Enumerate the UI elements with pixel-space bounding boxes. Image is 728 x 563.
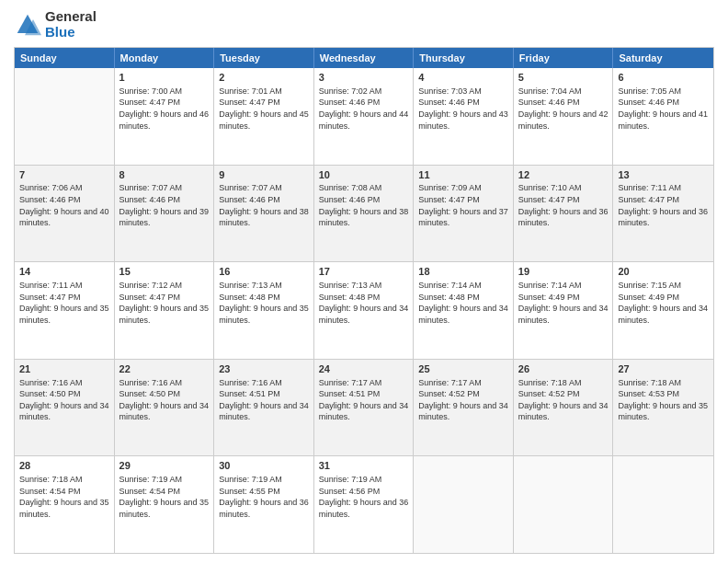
day-number: 18 (418, 265, 508, 279)
cal-cell-1-4: 11Sunrise: 7:09 AM Sunset: 4:47 PM Dayli… (414, 166, 514, 262)
day-number: 10 (319, 168, 409, 182)
cell-info: Sunrise: 7:01 AM Sunset: 4:47 PM Dayligh… (219, 86, 309, 132)
cal-cell-4-4 (414, 456, 514, 553)
day-header-sunday: Sunday (15, 48, 115, 68)
cell-info: Sunrise: 7:09 AM Sunset: 4:47 PM Dayligh… (418, 182, 508, 228)
day-number: 4 (418, 71, 508, 85)
cell-info: Sunrise: 7:16 AM Sunset: 4:51 PM Dayligh… (219, 377, 309, 423)
day-number: 5 (518, 71, 609, 85)
cell-info: Sunrise: 7:05 AM Sunset: 4:46 PM Dayligh… (618, 86, 709, 132)
cell-info: Sunrise: 7:19 AM Sunset: 4:55 PM Dayligh… (219, 474, 309, 520)
cal-cell-1-3: 10Sunrise: 7:08 AM Sunset: 4:46 PM Dayli… (314, 166, 415, 262)
day-number: 30 (219, 459, 309, 473)
calendar-header: SundayMondayTuesdayWednesdayThursdayFrid… (15, 48, 713, 68)
cal-cell-3-4: 25Sunrise: 7:17 AM Sunset: 4:52 PM Dayli… (414, 360, 514, 456)
cal-cell-4-1: 29Sunrise: 7:19 AM Sunset: 4:54 PM Dayli… (115, 456, 215, 553)
day-header-saturday: Saturday (613, 48, 713, 68)
calendar: SundayMondayTuesdayWednesdayThursdayFrid… (14, 47, 714, 554)
day-number: 27 (618, 362, 709, 376)
cell-info: Sunrise: 7:08 AM Sunset: 4:46 PM Dayligh… (319, 182, 409, 228)
day-number: 28 (19, 459, 109, 473)
cell-info: Sunrise: 7:15 AM Sunset: 4:49 PM Dayligh… (618, 280, 709, 326)
cal-cell-2-5: 19Sunrise: 7:14 AM Sunset: 4:49 PM Dayli… (514, 262, 614, 359)
cell-info: Sunrise: 7:11 AM Sunset: 4:47 PM Dayligh… (19, 280, 109, 326)
cal-cell-3-5: 26Sunrise: 7:18 AM Sunset: 4:52 PM Dayli… (514, 360, 614, 456)
day-number: 9 (219, 168, 309, 182)
cell-info: Sunrise: 7:18 AM Sunset: 4:54 PM Dayligh… (19, 474, 109, 520)
cal-cell-0-4: 4Sunrise: 7:03 AM Sunset: 4:46 PM Daylig… (414, 68, 514, 165)
cal-cell-2-2: 16Sunrise: 7:13 AM Sunset: 4:48 PM Dayli… (214, 262, 314, 359)
day-number: 2 (219, 71, 309, 85)
day-number: 23 (219, 362, 309, 376)
day-number: 22 (119, 362, 210, 376)
logo-blue: Blue (45, 24, 75, 40)
day-number: 25 (418, 362, 508, 376)
day-number: 15 (119, 265, 210, 279)
cal-cell-1-1: 8Sunrise: 7:07 AM Sunset: 4:46 PM Daylig… (115, 166, 215, 262)
day-number: 24 (319, 362, 409, 376)
cal-cell-3-0: 21Sunrise: 7:16 AM Sunset: 4:50 PM Dayli… (15, 360, 115, 456)
day-header-tuesday: Tuesday (214, 48, 314, 68)
cell-info: Sunrise: 7:10 AM Sunset: 4:47 PM Dayligh… (518, 182, 609, 228)
cal-cell-2-4: 18Sunrise: 7:14 AM Sunset: 4:48 PM Dayli… (414, 262, 514, 359)
cell-info: Sunrise: 7:12 AM Sunset: 4:47 PM Dayligh… (119, 280, 210, 326)
cell-info: Sunrise: 7:17 AM Sunset: 4:52 PM Dayligh… (418, 377, 508, 423)
cal-cell-3-1: 22Sunrise: 7:16 AM Sunset: 4:50 PM Dayli… (115, 360, 215, 456)
cal-cell-0-6: 6Sunrise: 7:05 AM Sunset: 4:46 PM Daylig… (613, 68, 713, 165)
day-number: 12 (518, 168, 609, 182)
cal-cell-0-3: 3Sunrise: 7:02 AM Sunset: 4:46 PM Daylig… (314, 68, 415, 165)
day-header-wednesday: Wednesday (314, 48, 415, 68)
day-header-monday: Monday (115, 48, 215, 68)
day-number: 1 (119, 71, 210, 85)
cal-cell-4-5 (514, 456, 614, 553)
cell-info: Sunrise: 7:16 AM Sunset: 4:50 PM Dayligh… (19, 377, 109, 423)
day-number: 6 (618, 71, 709, 85)
logo-icon (14, 11, 41, 39)
cal-cell-1-6: 13Sunrise: 7:11 AM Sunset: 4:47 PM Dayli… (613, 166, 713, 262)
day-number: 3 (319, 71, 409, 85)
cal-cell-0-2: 2Sunrise: 7:01 AM Sunset: 4:47 PM Daylig… (214, 68, 314, 165)
cal-cell-0-1: 1Sunrise: 7:00 AM Sunset: 4:47 PM Daylig… (115, 68, 215, 165)
cell-info: Sunrise: 7:19 AM Sunset: 4:56 PM Dayligh… (319, 474, 409, 520)
cal-cell-4-2: 30Sunrise: 7:19 AM Sunset: 4:55 PM Dayli… (214, 456, 314, 553)
day-number: 31 (319, 459, 409, 473)
page-container: General Blue SundayMondayTuesdayWednesda… (0, 0, 728, 563)
calendar-row-4: 28Sunrise: 7:18 AM Sunset: 4:54 PM Dayli… (15, 455, 713, 553)
cell-info: Sunrise: 7:18 AM Sunset: 4:53 PM Dayligh… (618, 377, 709, 423)
calendar-row-3: 21Sunrise: 7:16 AM Sunset: 4:50 PM Dayli… (15, 359, 713, 456)
day-number: 19 (518, 265, 609, 279)
calendar-body: 1Sunrise: 7:00 AM Sunset: 4:47 PM Daylig… (15, 68, 713, 553)
cell-info: Sunrise: 7:13 AM Sunset: 4:48 PM Dayligh… (219, 280, 309, 326)
logo-text: General Blue (45, 9, 97, 40)
calendar-row-2: 14Sunrise: 7:11 AM Sunset: 4:47 PM Dayli… (15, 261, 713, 359)
day-number: 11 (418, 168, 508, 182)
cell-info: Sunrise: 7:14 AM Sunset: 4:49 PM Dayligh… (518, 280, 609, 326)
day-number: 14 (19, 265, 109, 279)
cal-cell-2-1: 15Sunrise: 7:12 AM Sunset: 4:47 PM Dayli… (115, 262, 215, 359)
day-number: 17 (319, 265, 409, 279)
cal-cell-0-5: 5Sunrise: 7:04 AM Sunset: 4:46 PM Daylig… (514, 68, 614, 165)
day-header-friday: Friday (514, 48, 614, 68)
cell-info: Sunrise: 7:18 AM Sunset: 4:52 PM Dayligh… (518, 377, 609, 423)
cell-info: Sunrise: 7:13 AM Sunset: 4:48 PM Dayligh… (319, 280, 409, 326)
cell-info: Sunrise: 7:06 AM Sunset: 4:46 PM Dayligh… (19, 182, 109, 228)
cell-info: Sunrise: 7:11 AM Sunset: 4:47 PM Dayligh… (618, 182, 709, 228)
day-number: 29 (119, 459, 210, 473)
cal-cell-2-6: 20Sunrise: 7:15 AM Sunset: 4:49 PM Dayli… (613, 262, 713, 359)
cal-cell-0-0 (15, 68, 115, 165)
page-header: General Blue (14, 9, 714, 40)
cell-info: Sunrise: 7:17 AM Sunset: 4:51 PM Dayligh… (319, 377, 409, 423)
cal-cell-4-6 (613, 456, 713, 553)
cell-info: Sunrise: 7:03 AM Sunset: 4:46 PM Dayligh… (418, 86, 508, 132)
day-number: 26 (518, 362, 609, 376)
logo: General Blue (14, 9, 97, 40)
cell-info: Sunrise: 7:07 AM Sunset: 4:46 PM Dayligh… (119, 182, 210, 228)
cell-info: Sunrise: 7:00 AM Sunset: 4:47 PM Dayligh… (119, 86, 210, 132)
cal-cell-3-6: 27Sunrise: 7:18 AM Sunset: 4:53 PM Dayli… (613, 360, 713, 456)
logo-general: General (45, 8, 97, 24)
day-number: 21 (19, 362, 109, 376)
day-number: 20 (618, 265, 709, 279)
cal-cell-3-2: 23Sunrise: 7:16 AM Sunset: 4:51 PM Dayli… (214, 360, 314, 456)
day-header-thursday: Thursday (414, 48, 514, 68)
cell-info: Sunrise: 7:14 AM Sunset: 4:48 PM Dayligh… (418, 280, 508, 326)
